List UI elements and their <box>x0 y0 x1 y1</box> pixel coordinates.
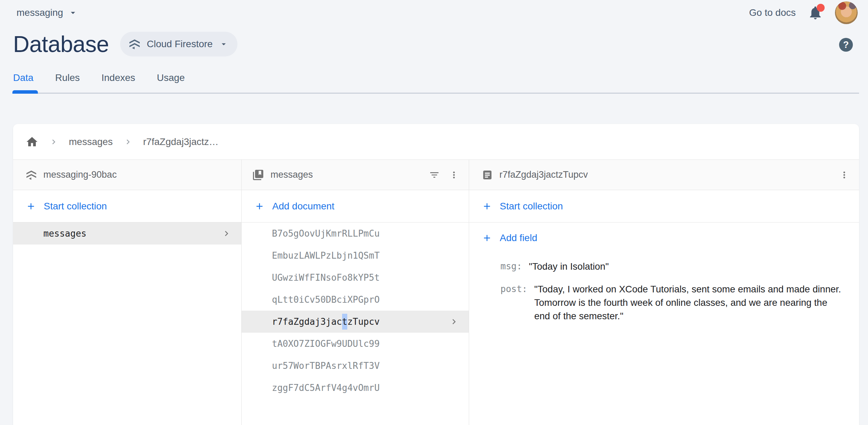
field-key: post: <box>500 282 527 296</box>
chevron-right-icon <box>449 317 459 327</box>
firestore-logo-icon <box>128 38 141 50</box>
firestore-logo-icon <box>25 169 37 181</box>
panel-columns: messaging-90bac Start collection message… <box>13 160 859 425</box>
root-panel-header: messaging-90bac <box>13 160 241 190</box>
document-row[interactable]: UGwziWfFINsoFo8kYP5t <box>242 267 469 289</box>
more-vert-icon[interactable] <box>449 170 459 180</box>
field-list: msg: "Today in Isolation" post: "Today, … <box>469 253 859 332</box>
plus-icon <box>482 233 492 243</box>
document-row-selected[interactable]: r7faZgdaj3jactzTupcv <box>242 311 469 333</box>
page-title: Database <box>13 31 109 57</box>
go-to-docs-link[interactable]: Go to docs <box>749 7 796 18</box>
start-collection-button[interactable]: Start collection <box>13 190 241 222</box>
add-field-button[interactable]: Add field <box>469 222 859 253</box>
document-id: r7faZgdaj3jactzTupcv <box>499 169 588 180</box>
dropdown-caret-icon <box>68 8 78 18</box>
active-tab-indicator <box>12 90 38 94</box>
tab-usage[interactable]: Usage <box>157 72 185 94</box>
plus-icon <box>482 201 492 211</box>
document-row[interactable]: zggF7dC5ArfV4g4vOmrU <box>242 377 469 399</box>
dropdown-caret-icon <box>219 39 229 49</box>
project-name: messaging <box>17 7 63 18</box>
document-icon <box>481 169 493 181</box>
product-selector-pill[interactable]: Cloud Firestore <box>120 32 237 56</box>
start-collection-button[interactable]: Start collection <box>469 190 859 222</box>
root-panel: messaging-90bac Start collection message… <box>13 160 242 425</box>
document-panel-header: r7faZgdaj3jactzTupcv <box>469 160 859 190</box>
collection-name: messages <box>271 169 313 180</box>
help-button[interactable]: ? <box>839 38 853 52</box>
field-value: "Today, I worked on XCode Tutorials, sen… <box>534 282 845 323</box>
breadcrumb-document[interactable]: r7faZgdaj3jactz… <box>143 136 219 147</box>
collection-row-messages[interactable]: messages <box>13 222 241 245</box>
chevron-right-icon <box>49 137 59 147</box>
document-row[interactable]: B7o5gOovUjKmrRLLPmCu <box>242 222 469 245</box>
document-row[interactable]: qLtt0iCv50DBciXPGprO <box>242 289 469 311</box>
tab-indexes[interactable]: Indexes <box>102 72 135 94</box>
breadcrumb-collection[interactable]: messages <box>69 136 113 147</box>
data-browser-card: messages r7faZgdaj3jactz… messagi <box>13 124 859 425</box>
notifications-bell-icon[interactable] <box>807 5 823 21</box>
document-panel: r7faZgdaj3jactzTupcv Start collection <box>469 160 859 425</box>
field-row-msg[interactable]: msg: "Today in Isolation" <box>500 260 845 273</box>
tab-rules[interactable]: Rules <box>55 72 80 94</box>
chevron-right-icon <box>123 137 133 147</box>
more-vert-icon[interactable] <box>839 170 849 180</box>
tab-divider-line <box>13 93 859 94</box>
document-row[interactable]: EmbuzLAWLPzLbjn1QSmT <box>242 245 469 267</box>
collection-icon <box>252 169 264 181</box>
document-row[interactable]: tA0XO7ZIOGFw9UDUlc99 <box>242 333 469 355</box>
topbar-right: Go to docs <box>749 1 858 24</box>
plus-icon <box>26 201 36 211</box>
tab-bar: Data Rules Indexes Usage <box>0 72 868 94</box>
firestore-console-page: messaging Go to docs Database <box>0 0 868 425</box>
product-selector-label: Cloud Firestore <box>147 39 213 50</box>
breadcrumb: messages r7faZgdaj3jactz… <box>13 124 859 160</box>
field-value: "Today in Isolation" <box>529 260 609 273</box>
collection-panel: messages Add document B7o5gOovUjKmrRLLP <box>242 160 469 425</box>
collection-panel-header: messages <box>242 160 469 190</box>
database-name: messaging-90bac <box>43 169 117 180</box>
filter-icon[interactable] <box>429 169 440 180</box>
document-row[interactable]: ur57WorTBPAsrxlRfT3V <box>242 355 469 377</box>
text-selection-highlight: t <box>342 314 348 330</box>
notification-badge <box>817 4 825 12</box>
chevron-right-icon <box>221 228 232 239</box>
add-document-button[interactable]: Add document <box>242 190 469 222</box>
topbar: messaging Go to docs <box>0 0 868 25</box>
project-selector[interactable]: messaging <box>17 7 78 18</box>
home-icon[interactable] <box>25 135 39 148</box>
plus-icon <box>254 201 265 211</box>
field-key: msg: <box>500 260 522 273</box>
user-avatar[interactable] <box>835 1 858 24</box>
title-row: Database Cloud Firestore <box>0 31 868 57</box>
field-row-post[interactable]: post: "Today, I worked on XCode Tutorial… <box>500 282 845 323</box>
